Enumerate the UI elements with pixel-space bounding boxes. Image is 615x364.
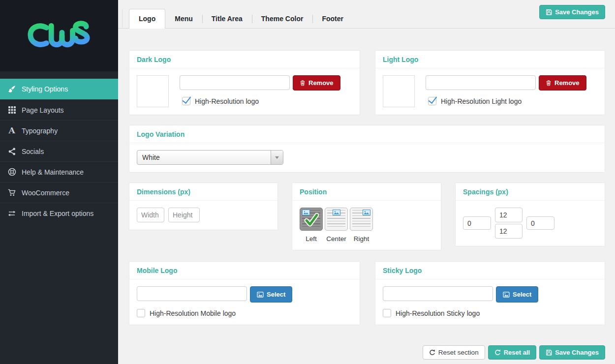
high-res-mobile-logo-checkbox[interactable] [137,309,145,317]
sidebar-item-help-maintenance[interactable]: Help & Maintenance [0,161,118,182]
sticky-logo-select-button[interactable]: Select [496,286,538,303]
checkbox-label: High-Resolution Sticky logo [396,309,480,317]
tab-footer[interactable]: Footer [312,9,353,28]
undo-icon [429,349,435,356]
panel-title: Mobile Logo [129,262,360,279]
sidebar-item-label: Help & Maintenance [22,168,84,176]
save-changes-button-bottom[interactable]: Save Changes [539,345,605,360]
dark-logo-preview [137,75,169,107]
sidebar: Styling Options Page Layouts A Typograph… [0,0,118,364]
panel-title: Sticky Logo [375,262,605,279]
panel-title: Dark Logo [129,51,360,68]
save-icon [546,349,552,356]
dimensions-panel: Dimensions (px) [129,182,278,230]
image-icon [503,292,510,298]
content: Dark Logo [118,29,615,360]
sidebar-item-label: WooCommerce [22,189,69,197]
logo-width-input[interactable] [137,208,164,222]
main-area: Logo Menu Title Area Theme Color Footer … [118,0,615,364]
panel-title: Dimensions (px) [129,183,277,201]
logo-variation-select[interactable]: White [137,150,283,165]
position-center-option[interactable] [325,208,348,231]
sidebar-item-import-export[interactable]: Import & Export options [0,203,118,223]
spacing-right-input[interactable] [526,216,554,230]
position-panel: Position [292,182,441,250]
high-res-logo-checkbox[interactable] [182,97,190,105]
sidebar-item-label: Import & Export options [22,210,93,217]
trash-icon [546,80,552,86]
checkbox-label: High-Resolution Light logo [441,97,522,105]
logo-height-input[interactable] [168,208,200,222]
selected-option: White [142,153,160,161]
panel-title: Spacings (px) [456,183,605,201]
tab-title-area[interactable]: Title Area [202,9,252,28]
theme-options-app: Styling Options Page Layouts A Typograph… [0,0,615,364]
tab-logo[interactable]: Logo [129,9,165,29]
sidebar-item-label: Styling Options [22,85,68,93]
mobile-logo-select-button[interactable]: Select [250,286,292,303]
selected-check-icon [304,213,319,227]
reset-all-button[interactable]: Reset all [488,345,536,360]
checkbox-label: High-Resolution logo [195,97,259,105]
grid-icon [7,105,17,115]
image-thumbnail-icon [333,210,340,215]
dark-logo-panel: Dark Logo [129,50,360,115]
panel-title: Logo Variation [129,125,605,143]
high-res-sticky-logo-checkbox[interactable] [383,309,391,317]
tab-menu[interactable]: Menu [165,9,202,28]
life-ring-icon [7,167,17,177]
light-logo-panel: Light Logo [375,50,605,115]
dark-logo-remove-button[interactable]: Remove [293,75,340,91]
high-res-light-logo-checkbox[interactable] [428,97,436,105]
save-changes-button-top[interactable]: Save Changes [539,5,605,19]
dark-logo-url-input[interactable] [180,75,290,90]
light-logo-remove-button[interactable]: Remove [539,75,586,91]
sidebar-item-label: Typography [22,127,58,135]
swap-arrows-icon [7,209,17,218]
sidebar-item-styling-options[interactable]: Styling Options [0,79,118,99]
sidebar-item-label: Socials [22,148,44,155]
image-icon [257,292,264,298]
sticky-logo-panel: Sticky Logo Select [375,261,605,325]
sidebar-item-label: Page Layouts [22,106,64,114]
spacings-panel: Spacings (px) [455,182,605,246]
position-left-option[interactable] [300,208,323,231]
cws-logo [25,21,93,51]
save-icon [546,9,552,15]
position-left-label: Left [300,235,323,243]
mobile-logo-panel: Mobile Logo Select [129,261,360,325]
cart-icon [7,188,17,198]
reset-section-button[interactable]: Reset section [423,345,485,360]
position-center-label: Center [325,235,348,243]
sidebar-logo-area [0,0,118,71]
spacing-left-input[interactable] [463,216,491,230]
position-right-label: Right [350,235,373,243]
spacing-top-input[interactable] [495,208,523,222]
spacing-bottom-input[interactable] [495,224,523,239]
sidebar-item-woocommerce[interactable]: WooCommerce [0,182,118,203]
chevron-down-icon [271,151,283,164]
sidebar-nav: Styling Options Page Layouts A Typograph… [0,71,118,223]
tab-theme-color[interactable]: Theme Color [252,9,313,28]
paintbrush-icon [7,84,17,94]
position-right-option[interactable] [350,208,373,231]
light-logo-preview [383,75,415,107]
share-icon [7,147,17,156]
panel-title: Light Logo [375,51,605,68]
sidebar-item-typography[interactable]: A Typography [0,120,118,141]
panel-title: Position [292,183,441,201]
trash-icon [300,80,306,86]
light-logo-url-input[interactable] [426,75,536,90]
checkbox-label: High-Resolution Mobile logo [150,309,236,317]
topbar: Logo Menu Title Area Theme Color Footer … [118,0,615,29]
sidebar-item-socials[interactable]: Socials [0,141,118,161]
mobile-logo-url-input[interactable] [137,286,247,301]
sidebar-item-page-layouts[interactable]: Page Layouts [0,99,118,120]
letter-a-icon: A [7,126,17,136]
sticky-logo-url-input[interactable] [383,286,493,301]
image-thumbnail-icon [363,210,370,215]
logo-variation-panel: Logo Variation White [129,125,605,173]
footer-actions: Reset section Reset all Save Changes [129,345,605,360]
refresh-icon [494,349,501,356]
